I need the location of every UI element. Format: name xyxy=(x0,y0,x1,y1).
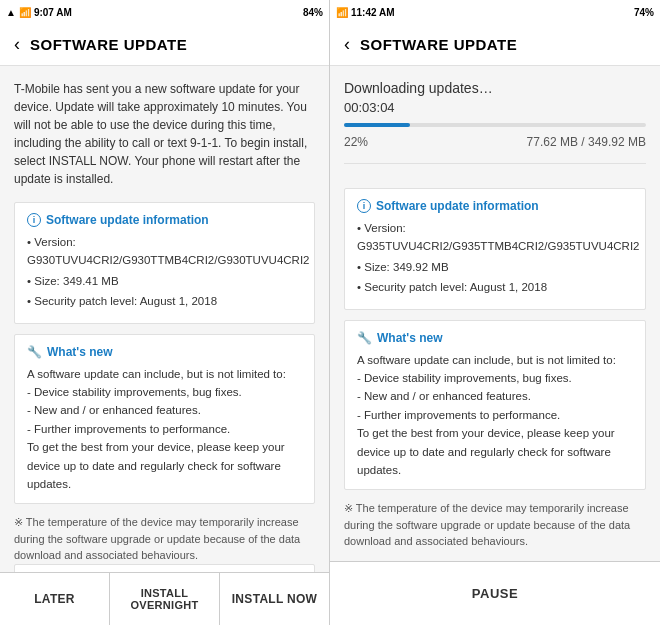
signal-icon-right: 📶 xyxy=(336,7,348,18)
intro-text: T-Mobile has sent you a new software upd… xyxy=(14,80,315,188)
wrench-icon-left: 🔧 xyxy=(27,345,42,359)
divider xyxy=(344,163,646,164)
whats-new-section-right: 🔧 What's new A software update can inclu… xyxy=(344,320,646,491)
left-status-left: ▲ 📶 9:07 AM xyxy=(6,7,72,18)
progress-percent: 22% xyxy=(344,135,368,149)
right-page-title: SOFTWARE UPDATE xyxy=(360,36,517,53)
right-status-right: 74% xyxy=(634,7,654,18)
left-status-right: 84% xyxy=(303,7,323,18)
wifi-icon: 📶 xyxy=(19,7,31,18)
left-footer: LATER INSTALL OVERNIGHT INSTALL NOW xyxy=(0,572,329,625)
caution-section[interactable]: ⚠ Caution ∨ xyxy=(14,564,315,572)
update-info-section-right: i Software update information • Version:… xyxy=(344,188,646,310)
update-info-body-left: • Version: G930TUVU4CRI2/G930TTMB4CRI2/G… xyxy=(27,233,302,311)
progress-meta: 22% 77.62 MB / 349.92 MB xyxy=(344,135,646,149)
update-info-title-left: i Software update information xyxy=(27,213,302,227)
wrench-icon-right: 🔧 xyxy=(357,331,372,345)
timer-display: 00:03:04 xyxy=(344,100,646,115)
size-label: 77.62 MB / 349.92 MB xyxy=(527,135,646,149)
back-button-left[interactable]: ‹ xyxy=(14,34,20,55)
left-status-bar: ▲ 📶 9:07 AM 84% xyxy=(0,0,329,24)
whats-new-section-left: 🔧 What's new A software update can inclu… xyxy=(14,334,315,505)
update-info-body-right: • Version: G935TUVU4CRI2/G935TTMB4CRI2/G… xyxy=(357,219,633,297)
pause-btn-container: PAUSE xyxy=(330,561,660,625)
time-left: 9:07 AM xyxy=(34,7,72,18)
battery-right: 74% xyxy=(634,7,654,18)
progress-bar-container xyxy=(344,123,646,127)
update-info-section-left: i Software update information • Version:… xyxy=(14,202,315,324)
install-now-button[interactable]: INSTALL NOW xyxy=(220,573,329,625)
whats-new-title-left: 🔧 What's new xyxy=(27,345,302,359)
whats-new-body-left: A software update can include, but is no… xyxy=(27,365,302,494)
note-text-left: ※ The temperature of the device may temp… xyxy=(14,514,315,564)
right-status-bar: 📶 11:42 AM 74% xyxy=(330,0,660,24)
note-text-right: ※ The temperature of the device may temp… xyxy=(344,500,646,550)
progress-section: Downloading updates… 00:03:04 22% 77.62 … xyxy=(344,80,646,188)
battery-left: 84% xyxy=(303,7,323,18)
left-panel: ▲ 📶 9:07 AM 84% ‹ SOFTWARE UPDATE T-Mobi… xyxy=(0,0,330,625)
time-right: 11:42 AM xyxy=(351,7,395,18)
left-header: ‹ SOFTWARE UPDATE xyxy=(0,24,329,66)
info-icon-left: i xyxy=(27,213,41,227)
progress-bar-fill xyxy=(344,123,410,127)
right-status-left: 📶 11:42 AM xyxy=(336,7,395,18)
signal-icon: ▲ xyxy=(6,7,16,18)
whats-new-title-right: 🔧 What's new xyxy=(357,331,633,345)
pause-button[interactable]: PAUSE xyxy=(412,574,578,613)
whats-new-body-right: A software update can include, but is no… xyxy=(357,351,633,480)
left-page-title: SOFTWARE UPDATE xyxy=(30,36,187,53)
right-header: ‹ SOFTWARE UPDATE xyxy=(330,24,660,66)
install-overnight-button[interactable]: INSTALL OVERNIGHT xyxy=(110,573,220,625)
left-content: T-Mobile has sent you a new software upd… xyxy=(0,66,329,572)
right-content: Downloading updates… 00:03:04 22% 77.62 … xyxy=(330,66,660,561)
downloading-label: Downloading updates… xyxy=(344,80,646,96)
info-icon-right: i xyxy=(357,199,371,213)
later-button[interactable]: LATER xyxy=(0,573,110,625)
back-button-right[interactable]: ‹ xyxy=(344,34,350,55)
update-info-title-right: i Software update information xyxy=(357,199,633,213)
right-panel: 📶 11:42 AM 74% ‹ SOFTWARE UPDATE Downloa… xyxy=(330,0,660,625)
